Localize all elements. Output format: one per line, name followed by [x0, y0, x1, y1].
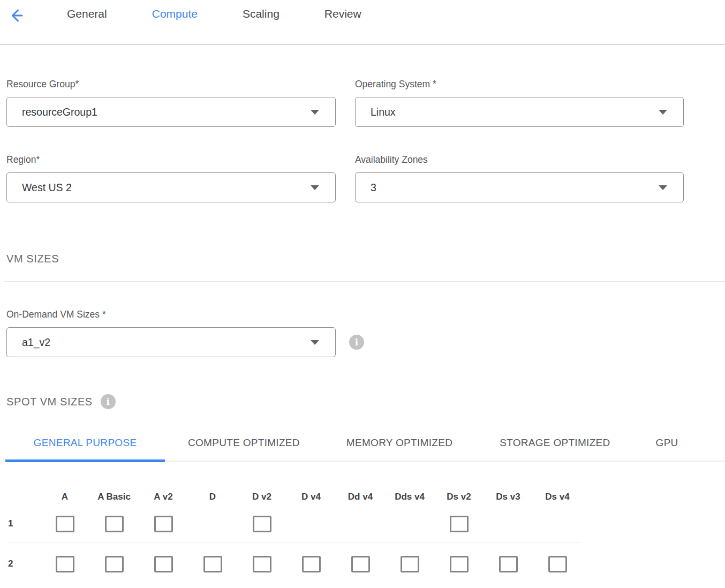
spot-vm-checkbox[interactable] — [253, 516, 271, 532]
vm-table-row: 2 — [6, 551, 684, 577]
vm-table-cell — [40, 556, 89, 572]
field-resource-group: Resource Group* resourceGroup1 — [6, 79, 336, 127]
vm-table-cell — [139, 556, 188, 572]
field-availability-zones: Availability Zones 3 — [355, 154, 684, 202]
vm-table-cell — [188, 556, 237, 572]
vm-column-header: A Basic — [89, 492, 139, 502]
vm-sizes-heading: VM SIZES — [6, 253, 684, 265]
page-content: Resource Group* resourceGroup1 Operating… — [0, 79, 725, 577]
chevron-down-icon — [659, 110, 667, 115]
spot-vm-checkbox[interactable] — [499, 556, 518, 572]
tab-gpu[interactable]: GPU — [656, 425, 678, 461]
vm-column-header: D v4 — [286, 492, 336, 502]
availability-zones-label: Availability Zones — [355, 154, 684, 165]
info-icon[interactable]: i — [349, 335, 364, 350]
vm-column-header: A v2 — [139, 492, 188, 502]
availability-zones-select[interactable]: 3 — [355, 172, 684, 202]
spot-vm-checkbox[interactable] — [450, 556, 469, 572]
arrow-left-icon — [8, 7, 24, 25]
tab-general[interactable]: General — [67, 7, 107, 20]
tab-review[interactable]: Review — [324, 7, 361, 20]
vm-table-cell — [484, 556, 533, 572]
back-button[interactable] — [5, 5, 27, 27]
row-number: 1 — [6, 518, 40, 529]
vm-table-cell — [434, 556, 484, 572]
spot-category-tabs: GENERAL PURPOSE COMPUTE OPTIMIZED MEMORY… — [5, 425, 725, 462]
operating-system-select[interactable]: Linux — [355, 97, 684, 127]
field-on-demand-vm-sizes: On-Demand VM Sizes * a1_v2 i — [6, 309, 684, 357]
vm-table-header-row: AA BasicA v2DD v2D v4Dd v4Dds v4Ds v2Ds … — [6, 492, 684, 502]
operating-system-value: Linux — [371, 106, 396, 118]
vm-column-header: Ds v4 — [533, 492, 582, 502]
spot-vm-checkbox[interactable] — [105, 516, 124, 532]
tab-storage-optimized[interactable]: STORAGE OPTIMIZED — [500, 425, 610, 461]
vm-column-header: A — [40, 492, 89, 502]
spot-vm-checkbox[interactable] — [154, 556, 173, 572]
chevron-down-icon — [311, 340, 319, 345]
vm-table-cell — [385, 556, 434, 572]
info-icon[interactable]: i — [101, 394, 116, 409]
spot-vm-checkbox[interactable] — [253, 556, 271, 572]
spot-vm-table: AA BasicA v2DD v2D v4Dd v4Dds v4Ds v2Ds … — [6, 492, 684, 577]
vm-column-header: Dd v4 — [336, 492, 385, 502]
row-divider — [6, 542, 582, 542]
resource-group-value: resourceGroup1 — [22, 106, 97, 118]
region-select[interactable]: West US 2 — [6, 172, 336, 202]
availability-zones-value: 3 — [371, 182, 376, 194]
region-value: West US 2 — [22, 182, 72, 194]
vm-column-header: D — [188, 492, 237, 502]
field-region: Region* West US 2 — [6, 154, 336, 202]
spot-vm-sizes-header: SPOT VM SIZES i — [6, 394, 684, 409]
row-number: 2 — [6, 559, 40, 569]
on-demand-select[interactable]: a1_v2 — [6, 327, 336, 357]
operating-system-label: Operating System * — [355, 79, 684, 90]
spot-vm-checkbox[interactable] — [401, 556, 419, 572]
vm-table-cell — [89, 556, 139, 572]
chevron-down-icon — [311, 185, 319, 190]
spot-vm-checkbox[interactable] — [56, 556, 74, 572]
vm-table-cell — [533, 556, 582, 572]
tab-general-purpose[interactable]: GENERAL PURPOSE — [5, 425, 165, 461]
vm-column-header: Ds v3 — [484, 492, 533, 502]
tab-memory-optimized[interactable]: MEMORY OPTIMIZED — [346, 425, 452, 461]
cluster-form: Resource Group* resourceGroup1 Operating… — [6, 79, 684, 202]
on-demand-value: a1_v2 — [22, 336, 50, 349]
create-cluster-compute-page: General Compute Scaling Review Resource … — [0, 0, 725, 588]
spot-vm-checkbox[interactable] — [154, 516, 173, 532]
wizard-tabs: General Compute Scaling Review — [67, 7, 361, 20]
vm-table-cell — [89, 516, 139, 532]
spot-vm-checkbox[interactable] — [56, 516, 74, 532]
vm-table-cell — [286, 556, 336, 572]
tab-scaling[interactable]: Scaling — [243, 7, 280, 20]
tab-compute[interactable]: Compute — [152, 7, 198, 20]
vm-column-header: D v2 — [237, 492, 286, 502]
vm-table-cell — [237, 556, 286, 572]
vm-table-cell — [434, 516, 484, 532]
spot-vm-checkbox[interactable] — [548, 556, 567, 572]
vm-table-row: 1 — [6, 511, 684, 537]
spot-vm-checkbox[interactable] — [203, 556, 222, 572]
spot-vm-checkbox[interactable] — [450, 516, 469, 532]
section-divider — [4, 281, 725, 282]
wizard-topbar: General Compute Scaling Review — [0, 0, 725, 45]
resource-group-label: Resource Group* — [6, 79, 336, 90]
resource-group-select[interactable]: resourceGroup1 — [6, 97, 336, 127]
spot-vm-sizes-heading: SPOT VM SIZES — [6, 396, 93, 408]
vm-table-cell — [237, 516, 286, 532]
region-label: Region* — [6, 154, 336, 165]
vm-table-cell — [139, 516, 188, 532]
chevron-down-icon — [659, 185, 667, 190]
on-demand-label: On-Demand VM Sizes * — [6, 309, 684, 320]
tab-compute-optimized[interactable]: COMPUTE OPTIMIZED — [188, 425, 300, 461]
spot-vm-checkbox[interactable] — [302, 556, 321, 572]
chevron-down-icon — [311, 110, 319, 115]
vm-column-header: Ds v2 — [434, 492, 484, 502]
vm-column-header: Dds v4 — [385, 492, 434, 502]
vm-table-cell — [336, 556, 385, 572]
vm-table-cell — [40, 516, 89, 532]
spot-vm-checkbox[interactable] — [351, 556, 370, 572]
spot-vm-checkbox[interactable] — [105, 556, 124, 572]
field-operating-system: Operating System * Linux — [355, 79, 684, 127]
